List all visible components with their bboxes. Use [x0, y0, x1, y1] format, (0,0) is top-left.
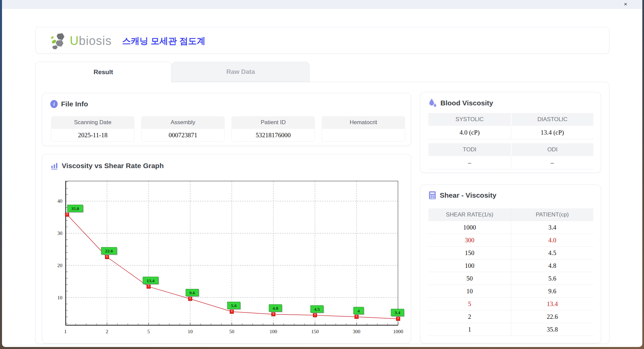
sv-patient-cell: 4.5	[511, 247, 593, 259]
bv-header-cell: DIASTOLIC	[511, 113, 593, 126]
close-icon[interactable]: ×	[622, 1, 629, 8]
sv-header-cell: PATIENT(cp)	[511, 208, 593, 221]
bv-value-row: 4.0 (cP)13.4 (cP)	[428, 126, 593, 139]
bv-value-cell: 13.4 (cP)	[511, 126, 593, 139]
table-row: 10003.4	[428, 221, 593, 234]
x-tick-label: 10	[188, 329, 193, 334]
data-point-label: 3.4	[395, 310, 400, 315]
table-row: 1004.8	[428, 259, 593, 272]
marker-glint	[107, 255, 108, 257]
ubiosis-logo: Ubiosis	[50, 33, 112, 49]
data-point-label: 4	[358, 308, 360, 313]
table-row: 513.4	[428, 298, 593, 310]
y-tick-label: 10	[57, 295, 62, 300]
bv-header-row: TODIODI	[428, 143, 593, 156]
bv-value-row: ––	[428, 156, 593, 169]
header-card: Ubiosis 스캐닝 모세관 점도계	[35, 27, 609, 54]
info-icon: i	[50, 100, 58, 108]
calculator-icon	[428, 191, 436, 200]
file-info-card: i File Info Scanning Date2025-11-18Assem…	[42, 93, 411, 146]
sv-shear-rate-cell: 150	[428, 247, 511, 259]
marker-glint	[231, 310, 232, 312]
blood-viscosity-card: Blood Viscosity SYSTOLICDIASTOLIC4.0 (cP…	[420, 92, 601, 173]
y-tick-label: 40	[57, 198, 62, 204]
blood-viscosity-title: Blood Viscosity	[440, 99, 493, 107]
sv-shear-rate-cell: 100	[428, 259, 511, 272]
x-tick-label: 300	[353, 329, 361, 334]
file-field-assembly: Assembly000723871	[141, 116, 225, 142]
table-row: 135.8	[428, 323, 593, 336]
shear-viscosity-card: Shear - Viscosity SHEAR RATE(1/s)PATIENT…	[420, 185, 601, 343]
data-point-label: 13.4	[147, 278, 155, 283]
marker-glint	[356, 315, 357, 317]
x-tick-label: 1	[64, 329, 67, 334]
sv-patient-cell: 35.8	[511, 323, 593, 336]
marker-glint	[190, 297, 191, 299]
file-field-scanning-date: Scanning Date2025-11-18	[51, 116, 135, 142]
table-row: 1504.5	[428, 247, 593, 259]
sv-header-row: SHEAR RATE(1/s)PATIENT(cp)	[428, 208, 593, 221]
sv-shear-rate-cell: 1000	[428, 221, 511, 234]
bv-value-cell: –	[511, 156, 593, 169]
field-value: 53218176000	[231, 129, 315, 142]
app-window: × Ubiosis 스캐닝 모세관 점도계 Result Raw Data i …	[2, 0, 642, 347]
sv-patient-cell: 3.4	[511, 221, 593, 234]
sv-shear-rate-cell: 10	[428, 285, 511, 298]
marker-glint	[315, 314, 316, 315]
marker-glint	[67, 213, 68, 215]
marker-glint	[273, 313, 274, 314]
field-value	[322, 129, 405, 142]
shear-viscosity-table: SHEAR RATE(1/s)PATIENT(cp)10003.43004.01…	[428, 208, 593, 336]
sv-patient-cell: 5.6	[511, 272, 593, 285]
table-row: 3004.0	[428, 234, 593, 247]
table-row: 222.6	[428, 310, 593, 323]
sv-patient-cell: 9.6	[511, 285, 593, 298]
field-label: Hematocrit	[322, 116, 405, 129]
file-field-hematocrit: Hematocrit	[322, 116, 405, 142]
data-point-label: 9.6	[190, 290, 195, 295]
x-tick-label: 5	[147, 329, 150, 334]
bv-value-cell: 4.0 (cP)	[428, 126, 511, 139]
marker-glint	[148, 285, 149, 287]
marker-glint	[398, 317, 399, 319]
x-tick-label: 100	[270, 329, 277, 334]
y-tick-label: 30	[57, 231, 62, 236]
field-value: 2025-11-18	[51, 129, 135, 142]
sv-patient-cell: 22.6	[511, 310, 593, 323]
data-point-label: 4.8	[273, 306, 278, 311]
data-point-label: 5.6	[231, 303, 237, 308]
ubiosis-logo-icon	[50, 33, 68, 49]
droplets-icon	[428, 98, 437, 108]
sv-shear-rate-cell: 2	[428, 310, 511, 323]
sv-patient-cell: 4.8	[511, 259, 593, 272]
field-label: Scanning Date	[51, 116, 135, 129]
x-tick-label: 50	[229, 329, 234, 334]
tab-result[interactable]: Result	[35, 62, 171, 82]
sv-patient-cell: 13.4	[511, 298, 593, 310]
sv-header-cell: SHEAR RATE(1/s)	[428, 208, 511, 221]
result-panel: i File Info Scanning Date2025-11-18Assem…	[35, 82, 609, 344]
viscosity-graph-card: Viscosity vs Shear Rate Graph 1020304012…	[42, 154, 411, 343]
logo-rest: biosis	[79, 34, 112, 48]
sv-shear-rate-cell: 1	[428, 323, 511, 336]
bv-header-cell: SYSTOLIC	[428, 113, 511, 126]
sv-shear-rate-cell: 300	[428, 234, 511, 247]
titlebar: ×	[2, 0, 642, 9]
viscosity-chart: 102030401251050100150300100035.822.613.4…	[42, 154, 412, 344]
ubiosis-logo-text: Ubiosis	[70, 34, 112, 48]
x-tick-label: 2	[106, 329, 108, 334]
x-tick-label: 150	[311, 329, 319, 334]
tab-raw-data[interactable]: Raw Data	[172, 62, 310, 82]
app-title: 스캐닝 모세관 점도계	[122, 35, 205, 47]
field-value: 000723871	[141, 129, 225, 142]
x-tick-label: 1000	[393, 329, 403, 334]
sv-shear-rate-cell: 5	[428, 298, 511, 310]
bv-row-gap	[428, 139, 593, 143]
y-tick-label: 20	[57, 263, 62, 268]
sv-shear-rate-cell: 50	[428, 272, 511, 285]
bv-value-cell: –	[428, 156, 511, 169]
bv-header-cell: TODI	[428, 143, 511, 156]
data-point-label: 22.6	[105, 248, 113, 253]
bv-header-cell: ODI	[511, 143, 593, 156]
field-label: Assembly	[141, 116, 225, 129]
